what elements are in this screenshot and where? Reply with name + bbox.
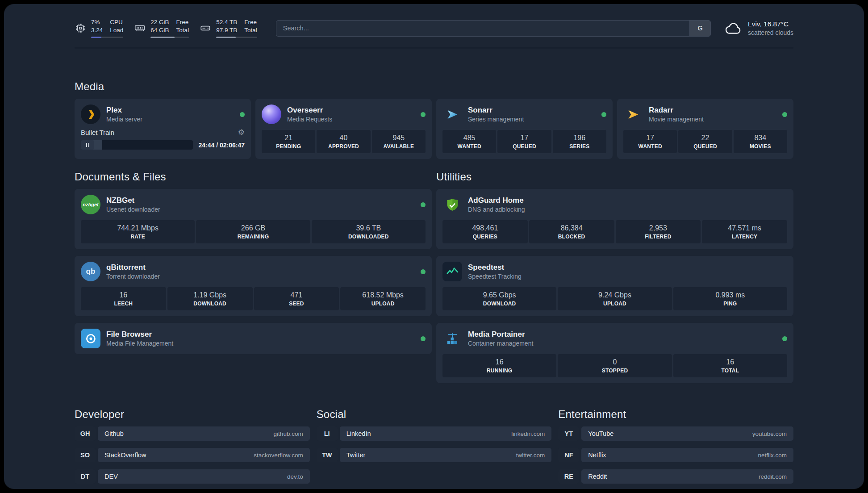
service-subtitle: Usenet downloader xyxy=(106,205,160,213)
stat-blocked: 86,384 BLOCKED xyxy=(529,220,614,243)
stat-label: DOWNLOAD xyxy=(444,301,555,307)
stat-value: 47.571 ms xyxy=(704,224,785,232)
stat-remaining: 266 GB REMAINING xyxy=(196,220,310,243)
memory-icon xyxy=(134,22,146,34)
pause-button[interactable] xyxy=(81,140,94,150)
service-card-sonarr[interactable]: Sonarr Series management 485 WANTED 17 Q… xyxy=(436,99,613,159)
stat-value: 9.65 Gbps xyxy=(444,291,555,299)
topbar: 7% 3.24 CPU Load xyxy=(75,17,793,39)
stat-value: 17 xyxy=(499,134,549,142)
stat-downloaded: 39.6 TB DOWNLOADED xyxy=(312,220,426,243)
bookmark-url: netflix.com xyxy=(758,452,787,459)
stat-label: DOWNLOADED xyxy=(313,234,424,240)
service-subtitle: Torrent downloader xyxy=(106,272,160,280)
stat-ping: 0.993 ms PING xyxy=(673,287,787,310)
stat-value: 744.21 Mbps xyxy=(83,224,193,232)
sonarr-icon xyxy=(442,104,462,124)
service-name: qBittorrent xyxy=(106,263,160,272)
service-subtitle: Movie management xyxy=(649,115,704,123)
bookmark-abbr: TW xyxy=(317,448,338,462)
overseerr-icon xyxy=(262,104,281,124)
bookmark-name: Github xyxy=(104,430,124,437)
cpu-load-label: Load xyxy=(110,26,123,34)
stat-value: 0 xyxy=(559,358,670,366)
stat-label: QUEUED xyxy=(499,143,549,150)
gear-icon[interactable]: ⚙ xyxy=(238,129,245,136)
service-subtitle: Media Requests xyxy=(287,115,332,123)
portainer-icon xyxy=(442,329,462,348)
stat-value: 834 xyxy=(735,134,785,142)
cloud-icon xyxy=(724,21,742,35)
stat-label: UPLOAD xyxy=(342,301,424,307)
memory-free-label: Free xyxy=(176,18,189,26)
disk-icon xyxy=(200,22,211,34)
bookmark-stackoverflow[interactable]: SO StackOverflow stackoverflow.com xyxy=(75,448,310,462)
service-card-plex[interactable]: Plex Media server Bullet Train ⚙ xyxy=(75,99,251,159)
service-name: Media Portainer xyxy=(468,330,533,339)
bookmark-linkedin[interactable]: LI LinkedIn linkedin.com xyxy=(317,426,552,441)
status-dot xyxy=(782,336,787,341)
bookmark-name: LinkedIn xyxy=(346,430,371,437)
search-input[interactable] xyxy=(276,21,689,36)
service-card-qbittorrent[interactable]: qb qBittorrent Torrent downloader 16 LEE… xyxy=(75,256,432,316)
stat-value: 40 xyxy=(318,134,368,142)
stat-approved: 40 APPROVED xyxy=(317,130,370,153)
topbar-divider xyxy=(75,48,793,48)
stat-value: 16 xyxy=(444,358,555,366)
bookmark-url: github.com xyxy=(274,430,303,437)
stat-value: 9.24 Gbps xyxy=(559,291,670,299)
nzbget-icon: nzbget xyxy=(81,195,100,214)
stat-label: PENDING xyxy=(263,143,313,150)
section-documents: Documents & Files nzbget NZBGet Usenet d… xyxy=(75,171,432,354)
bookmark-twitter[interactable]: TW Twitter twitter.com xyxy=(317,448,552,462)
stat-value: 17 xyxy=(625,134,675,142)
status-dot xyxy=(421,269,426,274)
service-card-radarr[interactable]: Radarr Movie management 17 WANTED 22 QUE… xyxy=(617,99,793,159)
bookmark-name: Reddit xyxy=(588,473,607,480)
stat-filtered: 2,953 FILTERED xyxy=(616,220,701,243)
stat-label: SEED xyxy=(256,301,338,307)
stat-label: QUERIES xyxy=(444,234,526,240)
stat-value: 1.19 Gbps xyxy=(169,291,251,299)
service-card-speedtest[interactable]: Speedtest Speedtest Tracking 9.65 Gbps D… xyxy=(436,256,793,316)
service-card-portainer[interactable]: Media Portainer Container management 16 … xyxy=(436,323,793,383)
stat-label: STOPPED xyxy=(559,368,670,374)
stat-stopped: 0 STOPPED xyxy=(558,354,672,377)
bookmark-reddit[interactable]: RE Reddit reddit.com xyxy=(558,469,793,484)
service-subtitle: DNS and adblocking xyxy=(468,205,525,213)
bookmark-name: YouTube xyxy=(588,430,613,437)
section-media: Media Plex Media server Bullet Train xyxy=(75,80,793,159)
bookmark-url: dev.to xyxy=(287,473,303,480)
disk-widget: 52.4 TB 97.9 TB Free Total xyxy=(200,18,257,38)
stat-label: PING xyxy=(675,301,785,307)
stat-label: FILTERED xyxy=(618,234,699,240)
stat-label: RATE xyxy=(83,234,193,240)
service-subtitle: Series management xyxy=(468,115,524,123)
memory-bar xyxy=(150,37,189,38)
search-provider-button[interactable]: G xyxy=(689,21,710,36)
service-card-filebrowser[interactable]: File Browser Media File Management xyxy=(75,323,432,354)
cpu-icon xyxy=(75,22,86,34)
stat-latency: 47.571 ms LATENCY xyxy=(702,220,787,243)
bookmark-url: youtube.com xyxy=(752,430,787,437)
bookmark-name: Netflix xyxy=(588,451,606,459)
service-card-overseerr[interactable]: Overseerr Media Requests 21 PENDING 40 A… xyxy=(255,99,432,159)
stat-value: 22 xyxy=(680,134,730,142)
bookmark-name: Twitter xyxy=(346,451,366,459)
service-card-adguard[interactable]: AdGuard Home DNS and adblocking 498,461 … xyxy=(436,189,793,249)
bookmark-youtube[interactable]: YT YouTube youtube.com xyxy=(558,426,793,441)
bookmark-group-title: Social xyxy=(317,408,552,421)
stat-pending: 21 PENDING xyxy=(262,130,315,153)
bookmarks-section: Developer GH Github github.com SO StackO… xyxy=(75,408,793,489)
disk-total-label: Total xyxy=(244,26,257,34)
playback-progress-bar[interactable] xyxy=(81,140,193,150)
cpu-percent: 7% xyxy=(91,18,103,26)
stat-value: 0.993 ms xyxy=(675,291,785,299)
bookmark-github[interactable]: GH Github github.com xyxy=(75,426,310,441)
bookmark-dev[interactable]: DT DEV dev.to xyxy=(75,469,310,484)
cpu-bar xyxy=(91,37,123,38)
stat-label: UPLOAD xyxy=(559,301,670,307)
bookmark-netflix[interactable]: NF Netflix netflix.com xyxy=(558,448,793,462)
plex-icon xyxy=(81,104,100,124)
service-card-nzbget[interactable]: nzbget NZBGet Usenet downloader 744.21 M… xyxy=(75,189,432,249)
